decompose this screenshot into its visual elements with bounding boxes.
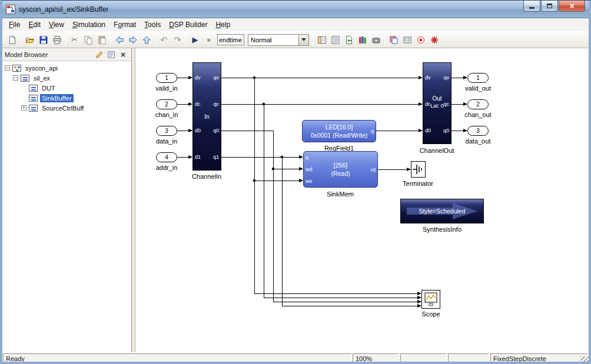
paste-button[interactable] [95, 33, 108, 46]
cut-icon: ✂ [71, 36, 78, 44]
port-label: qv [443, 75, 449, 81]
start-simulation-icon: ▶ [192, 36, 198, 44]
undo-button[interactable]: ↶ [157, 33, 171, 46]
redo-button[interactable]: ↷ [171, 33, 184, 46]
statusbar: Ready 100% FixedStepDiscrete [2, 352, 589, 364]
outport-block[interactable]: 2 [467, 99, 489, 109]
reg-field-block[interactable]: LED[16:0] 0x0001 (Read/Write) q [302, 120, 376, 142]
save-model-icon [39, 35, 48, 45]
tree-item-sourcectrlbuff[interactable]: +SourceCtrlBuff [2, 103, 131, 113]
expand-icon[interactable]: + [21, 105, 26, 111]
simulation-stop-time-field[interactable] [217, 34, 244, 45]
subsystem-list-button[interactable] [105, 49, 117, 60]
inport-block[interactable]: 3 [156, 126, 177, 136]
scope-block[interactable] [421, 290, 440, 309]
port-label: q [371, 128, 374, 134]
edit-button[interactable] [94, 49, 105, 60]
block-label: data_in [156, 138, 177, 145]
collapse-icon[interactable]: − [5, 65, 10, 71]
inport-block[interactable]: 2 [156, 99, 177, 109]
port-label: qv [213, 75, 219, 81]
diagnostics-viewer-button[interactable] [328, 33, 342, 46]
cut-button[interactable]: ✂ [68, 33, 81, 46]
terminator-icon [411, 162, 425, 177]
data-table-button[interactable] [400, 33, 414, 46]
menu-help[interactable]: Help [211, 19, 234, 31]
refresh-model-button[interactable] [342, 33, 356, 46]
menu-tools[interactable]: Tools [140, 19, 165, 31]
subsystem-icon [21, 75, 29, 82]
outport-block[interactable]: 3 [467, 126, 489, 136]
channel-in-block[interactable]: dv dc d0 d1 qv qc q0 q1 In [192, 62, 221, 171]
go-forward-icon [128, 35, 138, 45]
menu-view[interactable]: View [45, 19, 68, 31]
port-label: we [306, 178, 313, 184]
port-label: dc [195, 101, 201, 107]
synthesis-info-block[interactable]: Style=Scheduled [400, 199, 484, 223]
inport-block[interactable]: 4 [156, 152, 177, 162]
close-button[interactable]: × [559, 1, 585, 12]
port-label: qc [213, 101, 219, 107]
save-model-button[interactable] [36, 33, 50, 46]
library-browser-button[interactable] [356, 33, 369, 46]
signal-highlight-icon [416, 35, 426, 45]
inport-block[interactable]: 1 [156, 73, 177, 83]
open-model-button[interactable] [23, 33, 36, 46]
signal-highlight-button[interactable] [414, 33, 427, 46]
start-simulation-button[interactable]: ▶ [188, 33, 202, 46]
open-model-icon [25, 35, 35, 45]
tree-label: sil_ex [32, 74, 52, 82]
port-label: dv [195, 75, 201, 81]
print-button[interactable] [50, 33, 64, 46]
menu-format[interactable]: Format [109, 19, 140, 31]
menu-dsp-builder[interactable]: DSP Builder [165, 19, 211, 31]
menu-simulation[interactable]: Simulation [68, 19, 109, 31]
maximize-button[interactable] [541, 1, 558, 12]
new-model-button[interactable] [5, 33, 19, 46]
menu-edit[interactable]: Edit [24, 19, 45, 31]
minimize-button[interactable] [523, 1, 540, 12]
resize-grip[interactable] [580, 356, 589, 364]
combo-dropdown-button[interactable] [298, 35, 308, 45]
block-center-label: In [193, 113, 221, 120]
go-back-button[interactable] [112, 33, 126, 46]
terminator-block[interactable] [411, 161, 426, 178]
chevron-down-icon [301, 38, 306, 41]
block-label: valid_out [465, 85, 491, 92]
port-label: a [306, 155, 308, 161]
status-cell-empty [400, 353, 447, 364]
block-label: ChannelIn [192, 173, 221, 180]
menubar: FileEditViewSimulationFormatToolsDSP Bui… [2, 18, 589, 31]
tree-label: DUT [40, 84, 57, 92]
diagram-canvas[interactable]: 1 2 3 4 valid_in chan_in data_in addr_in… [135, 48, 588, 352]
block-label: chan_out [464, 111, 491, 118]
go-to-parent-button[interactable] [140, 33, 153, 46]
stop-simulation-button[interactable]: ■ [202, 33, 215, 46]
tree-item-syscon_api[interactable]: −syscon_api [2, 63, 131, 73]
tree-item-sil_ex[interactable]: −sil_ex [2, 73, 131, 83]
status-message: Ready [3, 353, 351, 364]
sink-mem-block[interactable]: a wd we rd [256] (Read) [303, 151, 378, 188]
tree-item-dut[interactable]: DUT [2, 83, 131, 93]
inport-number: 3 [165, 128, 168, 134]
block-center-label2: Lat: 0 [423, 103, 451, 109]
menu-file[interactable]: File [5, 19, 24, 31]
channel-out-block[interactable]: dv dc d0 qv qc q0 Out Lat: 0 [423, 62, 451, 144]
outport-block[interactable]: 1 [467, 73, 489, 83]
simulation-mode-select[interactable]: Normal [248, 34, 309, 46]
copy-button[interactable] [81, 33, 95, 46]
compare-models-button[interactable] [387, 33, 400, 46]
dsp-builder-tool-button[interactable] [427, 33, 441, 46]
snapshot-button[interactable] [369, 33, 383, 46]
collapse-icon[interactable]: − [13, 75, 18, 81]
block-text-line2: 0x0001 (Read/Write) [303, 132, 376, 139]
block-label: Terminator [403, 180, 433, 187]
library-browser-icon [358, 35, 367, 45]
tree-item-sinkbuffer[interactable]: SinkBuffer [2, 93, 131, 103]
tree-label: SourceCtrlBuff [40, 104, 85, 112]
titlebar: syscon_api/sil_ex/SinkBuffer × [2, 1, 589, 18]
go-forward-button[interactable] [126, 33, 140, 46]
model-explorer-button[interactable] [315, 33, 328, 46]
close-panel-button[interactable]: × [117, 49, 129, 60]
status-cell-empty [448, 353, 489, 364]
